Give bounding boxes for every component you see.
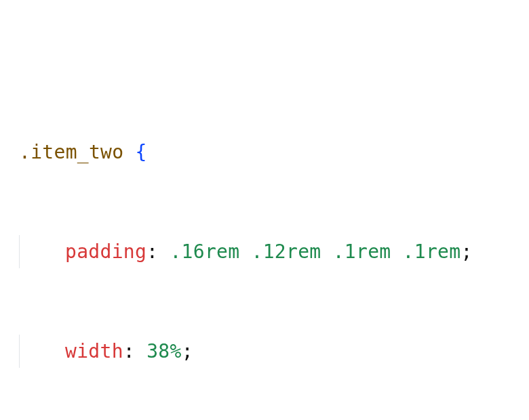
property: width bbox=[65, 340, 123, 362]
declaration: padding: .16rem .12rem .1rem .1rem; bbox=[7, 235, 529, 268]
selector-line: .item_two { bbox=[7, 135, 529, 169]
declaration: width: 38%; bbox=[7, 335, 529, 368]
property: padding bbox=[65, 240, 146, 263]
code-editor[interactable]: .item_two { padding: .16rem .12rem .1rem… bbox=[0, 0, 529, 420]
value: 38% bbox=[146, 340, 181, 362]
value: .16rem .12rem .1rem .1rem bbox=[170, 240, 461, 263]
open-brace: { bbox=[136, 141, 147, 163]
selector: .item_two bbox=[19, 141, 123, 163]
